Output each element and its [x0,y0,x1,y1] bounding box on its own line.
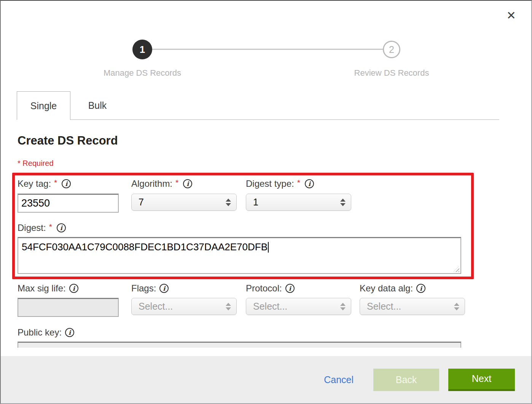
required-asterisk: * [49,222,52,231]
algorithm-label: Algorithm: * i [131,178,192,189]
close-button[interactable]: ✕ [507,10,516,21]
select-stepper-icon [340,303,346,310]
required-asterisk: * [175,178,178,187]
back-button[interactable]: Back [373,369,439,391]
required-note: * Required [18,159,54,168]
select-stepper-icon [340,199,346,206]
protocol-info-icon[interactable]: i [285,284,295,293]
key-data-alg-info-icon[interactable]: i [416,284,425,293]
algorithm-select-value: 7 [139,197,226,208]
tab-single[interactable]: Single [17,91,70,120]
max-sig-life-input[interactable] [18,298,119,317]
public-key-label: Public key: i [18,327,74,338]
text-cursor [268,242,269,253]
protocol-select[interactable]: Select... [246,298,351,315]
required-asterisk: * [297,178,300,187]
tab-bulk-label: Bulk [88,100,107,111]
stepper-connector-line [152,49,383,50]
digest-label: Digest: * i [18,223,66,233]
protocol-select-value: Select... [253,301,340,312]
algorithm-select[interactable]: 7 [131,194,237,211]
key-tag-label: Key tag: * i [18,178,71,189]
step-1-label: Manage DS Records [85,68,199,78]
protocol-label: Protocol: i [246,283,295,294]
create-ds-record-modal: { "window": { "close_icon": "✕" }, "step… [0,0,532,404]
key-data-alg-label: Key data alg: i [360,283,425,294]
digest-type-info-icon[interactable]: i [305,179,314,188]
footer-bar: Cancel Back Next [1,356,531,403]
select-stepper-icon [226,303,231,310]
digest-textarea[interactable]: 54FCF030AA1C79C0088FDEC1BD1C37DAA2E70DFB [18,237,461,274]
step-2-circle: 2 [383,41,400,58]
digest-value: 54FCF030AA1C79C0088FDEC1BD1C37DAA2E70DFB [22,241,268,253]
tab-bulk[interactable]: Bulk [70,91,124,120]
key-tag-input[interactable] [18,194,119,213]
key-data-alg-select-value: Select... [367,301,454,312]
tab-single-label: Single [30,100,57,111]
digest-type-select-value: 1 [253,197,340,208]
select-stepper-icon [454,303,459,310]
public-key-info-icon[interactable]: i [65,328,74,337]
next-button[interactable]: Next [448,369,515,391]
select-stepper-icon [226,199,231,206]
page-title: Create DS Record [18,134,118,148]
digest-type-label: Digest type: * i [246,178,314,189]
key-data-alg-select[interactable]: Select... [360,298,465,315]
max-sig-life-info-icon[interactable]: i [69,284,78,293]
flags-label: Flags: i [131,283,169,294]
max-sig-life-label: Max sig life: i [18,283,78,294]
step-1-number: 1 [140,44,145,56]
step-1-circle: 1 [132,40,152,59]
algorithm-info-icon[interactable]: i [183,179,192,188]
step-2-label: Review DS Records [334,68,449,78]
resize-handle-icon[interactable] [453,266,459,272]
flags-select-value: Select... [139,301,226,312]
digest-type-select[interactable]: 1 [246,194,351,211]
key-tag-info-icon[interactable]: i [62,179,71,188]
close-icon: ✕ [507,9,516,22]
step-2-number: 2 [389,44,394,55]
digest-info-icon[interactable]: i [57,223,66,232]
flags-select[interactable]: Select... [131,298,237,315]
flags-info-icon[interactable]: i [159,284,169,293]
public-key-textarea[interactable] [18,342,461,348]
cancel-link[interactable]: Cancel [324,374,354,385]
required-asterisk: * [54,178,57,187]
